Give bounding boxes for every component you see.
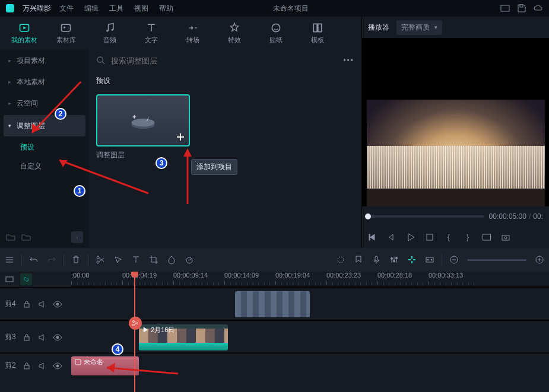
eye-icon[interactable]	[53, 299, 62, 309]
sticker-icon	[270, 22, 282, 34]
search-box[interactable]	[96, 56, 337, 66]
sidebar-item-local[interactable]: ▸本地素材	[0, 71, 89, 93]
app-logo-icon	[6, 4, 14, 12]
seek-track[interactable]	[368, 215, 484, 218]
sidebar-item-project[interactable]: ▸项目素材	[0, 50, 89, 71]
tab-template[interactable]: 模板	[297, 17, 338, 50]
mute-icon[interactable]	[37, 333, 47, 342]
zoom-in-icon[interactable]	[535, 255, 544, 264]
tab-stock[interactable]: 素材库	[45, 17, 87, 50]
search-row: •••	[89, 50, 361, 71]
tab-audio[interactable]: 音频	[89, 17, 131, 50]
clip-video-b[interactable]	[235, 291, 310, 317]
tab-my-media[interactable]: 我的素材	[4, 17, 45, 50]
menu-help[interactable]: 帮助	[159, 4, 173, 14]
preset-thumb[interactable]: 调整图层	[96, 94, 190, 160]
undo-icon[interactable]	[29, 255, 39, 264]
track-header-2[interactable]: 剪2	[0, 353, 71, 377]
quality-combo[interactable]: 完整画质 ▾	[396, 20, 442, 35]
track-header-3[interactable]: 剪3	[0, 320, 71, 353]
menu-icon[interactable]	[5, 255, 14, 264]
cut-badge-icon[interactable]	[129, 317, 142, 330]
step-back-icon[interactable]	[387, 232, 396, 242]
crop-icon[interactable]	[149, 255, 158, 264]
lane-4[interactable]	[71, 287, 549, 320]
split-icon[interactable]	[96, 255, 105, 264]
fullview-icon[interactable]	[482, 232, 491, 242]
svg-point-50	[56, 365, 59, 367]
stop-icon[interactable]	[425, 232, 434, 242]
sidebar-sub-preset[interactable]: 预设	[20, 138, 89, 157]
color-icon[interactable]	[167, 255, 176, 264]
lock-icon[interactable]	[22, 361, 31, 371]
sidebar-item-label: 调整图层	[17, 121, 45, 131]
mute-icon[interactable]	[37, 299, 47, 309]
add-to-project-icon[interactable]	[176, 132, 185, 142]
text-tool-icon[interactable]	[131, 255, 141, 264]
eye-icon[interactable]	[53, 361, 62, 371]
menu-file[interactable]: 文件	[59, 4, 74, 14]
collapse-sidebar-button[interactable]: ‹	[71, 231, 83, 243]
eye-icon[interactable]	[53, 333, 62, 342]
mixer-icon[interactable]	[389, 255, 399, 264]
redo-icon[interactable]	[47, 255, 56, 264]
svg-point-7	[112, 29, 113, 31]
time-ruler[interactable]: :00:0000:00:04:1900:00:09:1400:00:14:090…	[71, 272, 549, 287]
lane-3[interactable]: ▶ 2月16日	[71, 320, 549, 353]
clip-video-a[interactable]: ▶ 2月16日	[139, 324, 228, 350]
track-name: 剪4	[5, 299, 16, 309]
track-body[interactable]: :00:0000:00:04:1900:00:09:1400:00:14:090…	[71, 272, 549, 392]
select-icon[interactable]	[113, 255, 123, 264]
clip-adjustment[interactable]: 未命名	[71, 356, 139, 375]
marker-icon[interactable]	[425, 255, 434, 264]
sidebar-sub-custom[interactable]: 自定义	[20, 157, 89, 176]
cloud-icon[interactable]	[534, 4, 543, 13]
seek-knob[interactable]	[365, 213, 371, 219]
snapshot-icon[interactable]	[501, 232, 510, 242]
playhead[interactable]	[134, 272, 135, 392]
mic-icon[interactable]	[372, 255, 381, 264]
mark-out-icon[interactable]: }	[463, 232, 472, 242]
play-icon[interactable]	[406, 232, 415, 242]
viewer[interactable]	[362, 100, 549, 206]
sidebar-item-adjustment-layer[interactable]: ▾调整图层	[4, 115, 85, 136]
save-icon[interactable]	[517, 4, 526, 13]
speed-icon[interactable]	[185, 255, 194, 264]
film-icon[interactable]	[5, 275, 14, 284]
layout-icon[interactable]	[500, 4, 510, 13]
svg-rect-4	[62, 24, 71, 31]
search-input[interactable]	[110, 56, 337, 66]
svg-rect-0	[501, 5, 509, 11]
playbar: 00:00:05:00/00:	[362, 206, 549, 227]
effect-icon[interactable]	[336, 255, 345, 264]
tab-text[interactable]: 文字	[131, 17, 172, 50]
mute-icon[interactable]	[37, 361, 47, 371]
marker-tool-icon[interactable]	[354, 255, 363, 264]
menu-view[interactable]: 视图	[134, 4, 148, 14]
lock-icon[interactable]	[22, 299, 31, 309]
time-display: 00:00:05:00/00:	[489, 212, 543, 221]
lock-icon[interactable]	[22, 333, 31, 342]
folder-icon[interactable]	[21, 232, 31, 242]
delete-icon[interactable]	[71, 255, 81, 264]
link-toggle-icon[interactable]	[20, 273, 32, 285]
track-header-4[interactable]: 剪4	[0, 287, 71, 320]
auto-cut-icon[interactable]	[407, 255, 417, 264]
prev-frame-icon[interactable]	[368, 232, 377, 242]
new-folder-icon[interactable]	[6, 232, 15, 242]
menu-edit[interactable]: 编辑	[84, 4, 99, 14]
tab-effects[interactable]: 特效	[214, 17, 255, 50]
tab-sticker[interactable]: 贴纸	[255, 17, 297, 50]
menu-tools[interactable]: 工具	[109, 4, 123, 14]
more-icon[interactable]: •••	[343, 56, 354, 65]
lane-2[interactable]: 未命名	[71, 353, 549, 377]
chevron-down-icon: ▾	[434, 24, 437, 30]
tab-transition[interactable]: 转场	[172, 17, 214, 50]
mark-in-icon[interactable]: {	[444, 232, 453, 242]
preset-thumb-box[interactable]	[96, 94, 190, 146]
sidebar-sub-label: 预设	[20, 142, 34, 152]
sidebar-item-cloud[interactable]: ▸云空间	[0, 93, 89, 114]
zoom-slider[interactable]	[467, 259, 526, 261]
tab-label: 转场	[186, 36, 199, 44]
zoom-out-icon[interactable]	[449, 255, 459, 264]
